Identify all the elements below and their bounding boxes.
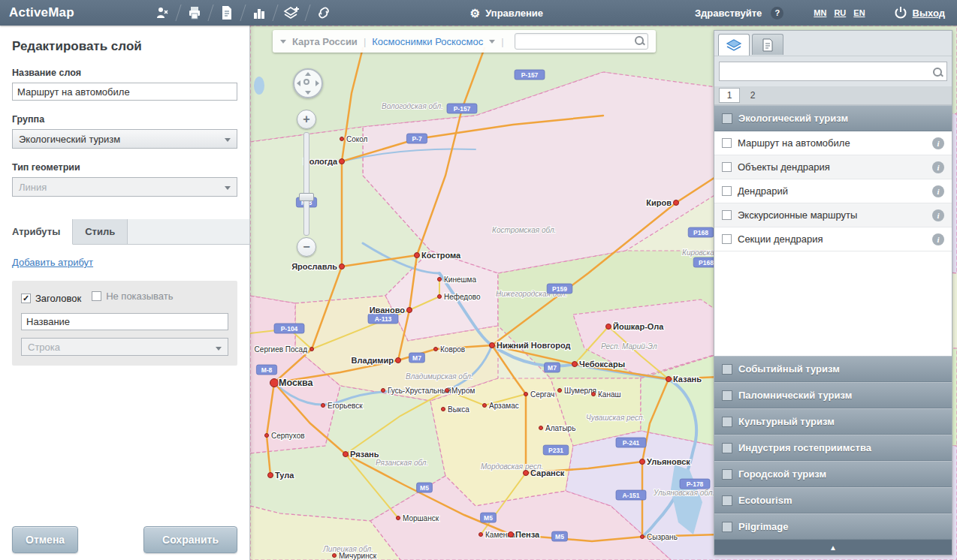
- help-button[interactable]: ?: [771, 7, 783, 20]
- checkbox-icon[interactable]: ✓: [21, 294, 31, 303]
- lang-ru[interactable]: RU: [834, 8, 846, 17]
- pan-center-icon: [303, 79, 309, 85]
- cancel-button[interactable]: Отмена: [12, 526, 78, 553]
- info-icon[interactable]: i: [932, 209, 944, 221]
- attribute-style-tabs: АтрибутыСтиль: [0, 219, 249, 245]
- layer-group-header[interactable]: Городской туризм: [714, 461, 952, 487]
- layer-checkbox[interactable]: [722, 162, 732, 172]
- map-layer-toolbar: Карта России | Космоснимки Роскосмос |: [273, 30, 656, 53]
- tab-layers[interactable]: [718, 34, 750, 56]
- edit-user-button[interactable]: [146, 0, 178, 26]
- layer-row[interactable]: Дендрарийi: [714, 179, 952, 203]
- info-icon[interactable]: i: [932, 185, 944, 197]
- layer-checkbox[interactable]: [722, 234, 732, 244]
- pan-control[interactable]: [293, 68, 323, 98]
- chevron-down-icon[interactable]: [489, 40, 495, 44]
- svg-text:А-151: А-151: [622, 492, 639, 499]
- layer-label: Маршрут на автомобиле: [738, 137, 850, 149]
- layer-group-header[interactable]: Культурный туризм: [714, 408, 952, 435]
- search-icon[interactable]: [635, 36, 644, 45]
- group-select[interactable]: Экологический туризм: [12, 129, 237, 149]
- satellite-layer-select[interactable]: Космоснимки Роскосмос: [372, 36, 483, 47]
- svg-text:Р-178: Р-178: [687, 480, 704, 488]
- group-checkbox[interactable]: [722, 495, 732, 506]
- lang-mn[interactable]: MN: [814, 8, 826, 17]
- base-layer-select[interactable]: Карта России: [292, 36, 358, 47]
- layer-row[interactable]: Объекты дендрарияi: [714, 155, 952, 179]
- svg-text:Р-7: Р-7: [412, 135, 422, 143]
- tab-style[interactable]: Стиль: [73, 219, 128, 244]
- lang-en[interactable]: EN: [853, 8, 865, 17]
- group-checkbox[interactable]: [722, 390, 732, 401]
- checkbox-icon[interactable]: [92, 291, 101, 301]
- attribute-box: ✓ЗаголовокНе показывать Строка: [12, 281, 237, 366]
- save-button[interactable]: Сохранить: [143, 526, 237, 553]
- layer-checkbox[interactable]: [722, 186, 732, 196]
- group-checkbox[interactable]: [722, 522, 732, 532]
- layer-group-header[interactable]: Pilgrimage: [714, 513, 952, 540]
- info-icon[interactable]: i: [932, 161, 944, 173]
- pan-up-icon[interactable]: [305, 72, 311, 76]
- zoom-out-button[interactable]: −: [297, 237, 316, 257]
- zoom-in-button[interactable]: +: [297, 110, 316, 129]
- layer-group-header[interactable]: Паломнический туризм: [714, 382, 952, 408]
- svg-text:Чебоксары: Чебоксары: [579, 360, 625, 369]
- layers-icon: [726, 39, 742, 53]
- svg-text:Владимир: Владимир: [352, 356, 394, 365]
- map-search-input[interactable]: [515, 33, 648, 50]
- link-button[interactable]: [308, 0, 340, 26]
- statistics-button[interactable]: [243, 0, 275, 26]
- user-edit-icon: [155, 5, 170, 20]
- layer-checkbox[interactable]: [722, 210, 732, 220]
- power-icon: [894, 6, 907, 20]
- layer-name-input[interactable]: [12, 83, 237, 101]
- layers-search-input[interactable]: [719, 62, 947, 81]
- layer-row[interactable]: Маршрут на автомобилеi: [714, 131, 952, 155]
- tab-legend[interactable]: [752, 34, 783, 55]
- page-2[interactable]: 2: [743, 89, 762, 102]
- layer-row[interactable]: Секции дендрарияi: [714, 227, 952, 251]
- attribute-checkbox-1[interactable]: Не показывать: [92, 291, 173, 302]
- layer-row[interactable]: Экскурсионные маршрутыi: [714, 203, 952, 227]
- attribute-name-input[interactable]: [21, 313, 228, 330]
- add-attribute-link[interactable]: Добавить атрибут: [12, 257, 93, 268]
- checkbox-label: Не показывать: [106, 291, 173, 302]
- management-label: Управление: [485, 8, 543, 19]
- tab-attributes[interactable]: Атрибуты: [0, 219, 73, 245]
- collapse-panel-button[interactable]: ▲: [714, 540, 952, 555]
- info-icon[interactable]: i: [932, 137, 944, 149]
- group-checkbox[interactable]: [722, 417, 732, 427]
- layer-group-header[interactable]: Экологический туризм: [714, 105, 952, 131]
- layer-group-header[interactable]: Событийный туризм: [714, 356, 952, 382]
- layer-checkbox[interactable]: [722, 138, 732, 148]
- add-layer-button[interactable]: [276, 0, 307, 26]
- info-icon[interactable]: i: [932, 233, 944, 245]
- page-1[interactable]: 1: [719, 88, 740, 103]
- search-icon[interactable]: [933, 68, 942, 77]
- group-checkbox[interactable]: [722, 443, 732, 453]
- svg-text:М7: М7: [548, 364, 557, 372]
- group-checkbox[interactable]: [722, 469, 732, 480]
- zoom-slider[interactable]: [303, 132, 309, 236]
- zoom-slider-handle[interactable]: [299, 193, 314, 201]
- pan-down-icon[interactable]: [305, 91, 311, 95]
- pan-right-icon[interactable]: [315, 80, 319, 86]
- group-checkbox[interactable]: [722, 364, 732, 375]
- layer-group-header[interactable]: Индустрия гостеприимства: [714, 435, 952, 461]
- management-button[interactable]: ⚙ Управление: [455, 0, 558, 26]
- pan-left-icon[interactable]: [297, 80, 300, 86]
- svg-text:Кинешма: Кинешма: [444, 275, 476, 284]
- logout-button[interactable]: Выход: [894, 6, 945, 20]
- svg-text:Муром: Муром: [451, 387, 475, 395]
- group-label: Группа: [12, 114, 237, 125]
- group-checkbox[interactable]: [722, 113, 732, 124]
- chevron-down-icon[interactable]: [280, 40, 286, 44]
- layer-label: Экскурсионные маршруты: [738, 209, 857, 221]
- attribute-checkbox-0[interactable]: ✓Заголовок: [21, 293, 81, 304]
- svg-text:М5: М5: [555, 533, 564, 540]
- print-button[interactable]: [179, 0, 210, 26]
- group-label: Ecotourism: [738, 495, 792, 506]
- layer-group-header[interactable]: Ecotourism: [714, 487, 952, 513]
- report-button[interactable]: [211, 0, 243, 26]
- svg-text:Йошкар-Ола: Йошкар-Ола: [613, 322, 664, 331]
